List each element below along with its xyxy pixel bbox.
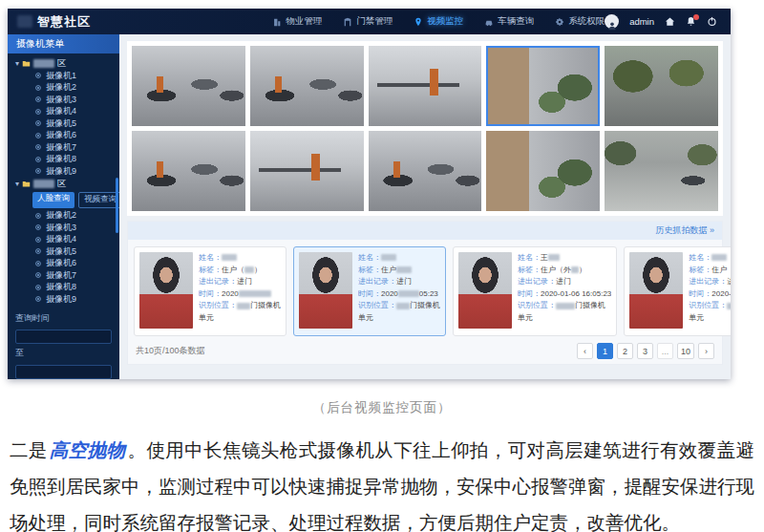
caret-down-icon: ▾ — [15, 180, 19, 188]
page-button-3[interactable]: 3 — [637, 343, 653, 359]
field-label: 标签： — [689, 266, 711, 274]
capture-card-1[interactable]: 姓名：标签：住户（）进出记录：进门时间：2020识别位置：门摄像机单元 — [134, 246, 286, 336]
tree-button-row: 人脸查询视频查询 — [15, 190, 114, 210]
app-title: 智慧社区 — [37, 13, 91, 31]
video-tile-7[interactable] — [250, 131, 364, 211]
surveillance-screenshot: 智慧社区 物业管理门禁管理视频监控车辆查询系统权限 admin 摄像机菜单 ▾区… — [8, 9, 731, 379]
capture-card-4[interactable]: 姓名：标签：住户（外）进出记录：进门时间：2020-01-06 16:05:23… — [624, 246, 731, 336]
query-end-input[interactable] — [15, 365, 112, 379]
tree-camera-item[interactable]: 摄像机8 — [15, 154, 114, 166]
tree-camera-item[interactable]: 摄像机6 — [15, 130, 114, 142]
tree-camera-item[interactable]: 摄像机3 — [15, 222, 114, 234]
field-label: 姓名： — [199, 253, 222, 262]
camera-label: 摄像机7 — [46, 141, 76, 154]
power-icon[interactable] — [707, 16, 717, 27]
redacted-text — [556, 303, 575, 309]
nav-item-pin[interactable]: 视频监控 — [414, 15, 463, 28]
page-ellipsis[interactable]: ... — [657, 343, 673, 359]
card-info: 姓名：标签：住户（外）进出记录：进门时间：2020-01-06 16:05:23… — [689, 252, 731, 330]
video-tile-10[interactable] — [605, 131, 718, 211]
nav-item-gate[interactable]: 门禁管理 — [343, 15, 393, 28]
brand: 智慧社区 — [8, 13, 153, 31]
video-tile-6[interactable] — [132, 131, 245, 211]
field-label: 时间： — [199, 289, 222, 298]
camera-label: 摄像机4 — [46, 233, 76, 245]
video-tile-1[interactable] — [132, 46, 245, 126]
tree-camera-item[interactable]: 摄像机5 — [15, 245, 114, 258]
caret-down-icon: ▾ — [15, 59, 19, 68]
tree-camera-item[interactable]: 摄像机6 — [15, 258, 114, 270]
nav-item-label: 系统权限 — [568, 15, 605, 28]
tree-folder-2[interactable]: ▾区 — [15, 178, 114, 190]
field-label: 进出记录： — [518, 277, 556, 286]
video-tile-9[interactable] — [486, 131, 600, 211]
nav-item-gear[interactable]: 系统权限 — [555, 15, 605, 28]
nav-item-label: 车辆查询 — [498, 15, 534, 28]
video-query-button[interactable]: 视频查询 — [78, 192, 119, 208]
folder-label: 区 — [57, 57, 67, 70]
tree-camera-item[interactable]: 摄像机2 — [15, 82, 114, 95]
bell-icon[interactable] — [686, 16, 696, 27]
page-prev-button[interactable]: ‹ — [577, 343, 593, 359]
tree-camera-item[interactable]: 摄像机2 — [15, 210, 114, 223]
history-row: 历史抓拍数据 » — [128, 222, 722, 240]
page-next-button[interactable]: › — [698, 343, 714, 359]
avatar[interactable] — [605, 14, 619, 29]
page-button-10[interactable]: 10 — [677, 343, 694, 359]
tree-camera-item[interactable]: 摄像机3 — [15, 94, 114, 106]
tree-camera-item[interactable]: 摄像机4 — [15, 234, 114, 246]
sidebar-scrollbar[interactable] — [116, 178, 118, 233]
card-field: 标签：住户 — [358, 265, 440, 277]
video-tile-8[interactable] — [369, 131, 482, 211]
card-info: 姓名：王标签：住户（外）进出记录：进门时间：2020-01-06 16:05:2… — [518, 252, 611, 330]
tree-camera-item[interactable]: 摄像机1 — [15, 70, 114, 82]
article-paragraph: 二是高空抛物。使用中长焦镜头枪式摄像机从下往上仰拍，可对高层建筑进行有效覆盖避免… — [10, 432, 754, 532]
video-tile-4[interactable] — [486, 46, 600, 126]
camera-label: 摄像机1 — [46, 70, 76, 82]
field-value: 门摄像机 — [410, 301, 440, 309]
tree-camera-item[interactable]: 摄像机5 — [15, 117, 114, 130]
tree-camera-item[interactable]: 摄像机7 — [15, 141, 114, 154]
history-capture-link[interactable]: 历史抓拍数据 » — [655, 224, 714, 237]
camera-label: 摄像机7 — [46, 269, 76, 282]
nav-item-car[interactable]: 车辆查询 — [484, 15, 534, 28]
query-start-input[interactable] — [15, 330, 112, 344]
video-tile-2[interactable] — [250, 46, 364, 126]
tree-camera-item[interactable]: 摄像机9 — [15, 165, 114, 178]
field-label: 时间： — [689, 289, 711, 298]
redacted-text — [33, 180, 54, 188]
redacted-text — [398, 290, 419, 297]
tree-camera-item[interactable]: 摄像机9 — [15, 293, 114, 306]
tree-folder-1[interactable]: ▾区 — [15, 57, 114, 70]
video-tile-3[interactable] — [369, 46, 482, 126]
page-button-2[interactable]: 2 — [617, 343, 633, 359]
card-field: 识别位置：门摄像机 — [518, 300, 611, 312]
redacted-text — [571, 266, 579, 273]
tree-camera-item[interactable]: 摄像机4 — [15, 106, 114, 118]
card-field: 单元 — [199, 312, 281, 325]
username: admin — [629, 16, 654, 27]
tree-camera-item[interactable]: 摄像机8 — [15, 282, 114, 294]
tree-camera-item[interactable]: 摄像机7 — [15, 269, 114, 282]
field-value: 门摄像机 — [575, 301, 605, 309]
field-value: 2020-01-06 16:05:23 — [541, 289, 611, 298]
nav-item-building[interactable]: 物业管理 — [272, 15, 322, 28]
redacted-text — [237, 303, 250, 309]
folder-label: 区 — [57, 178, 67, 190]
home-icon[interactable] — [665, 16, 675, 27]
camera-label: 摄像机9 — [46, 293, 76, 306]
field-label: 进出记录： — [689, 277, 727, 286]
capture-card-3[interactable]: 姓名：王标签：住户（外）进出记录：进门时间：2020-01-06 16:05:2… — [453, 246, 617, 336]
field-value: 单元 — [518, 313, 533, 322]
field-label: 识别位置： — [358, 301, 396, 309]
field-value: 住户（外 — [541, 266, 571, 274]
card-field: 标签：住户（外） — [518, 265, 611, 277]
capture-card-2[interactable]: 姓名：标签：住户进出记录：进门时间：202005:23识别位置：门摄像机单元 — [293, 246, 446, 336]
video-tile-5[interactable] — [605, 46, 718, 126]
field-label: 识别位置： — [199, 301, 237, 309]
camera-label: 摄像机6 — [46, 129, 76, 141]
page-button-1[interactable]: 1 — [597, 343, 613, 359]
pagination-row: 共10页/100条数据 ‹123...10› — [128, 336, 722, 359]
face-query-button[interactable]: 人脸查询 — [32, 192, 74, 208]
field-label: 标签： — [199, 266, 222, 274]
